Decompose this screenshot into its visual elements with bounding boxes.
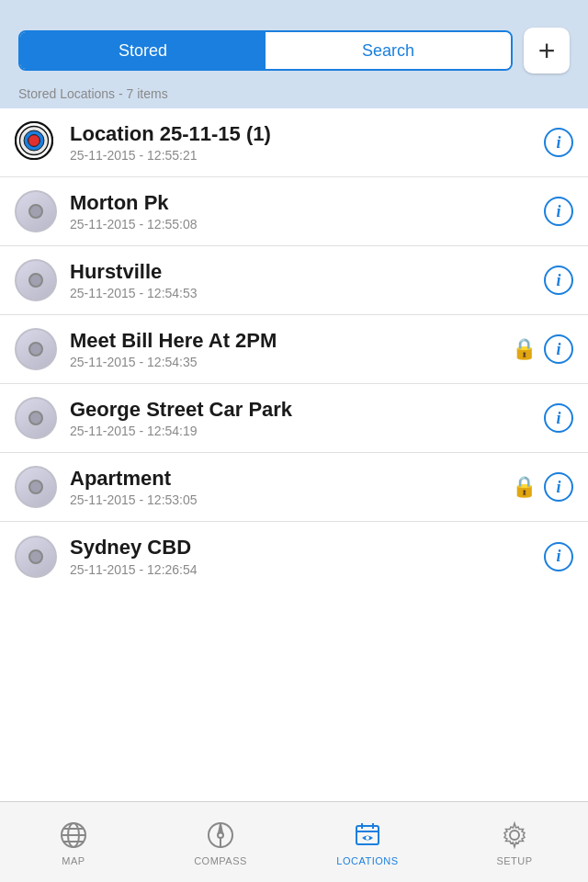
- search-tab[interactable]: Search: [266, 32, 511, 69]
- setup-label: SETUP: [496, 855, 532, 866]
- svg-point-4: [31, 138, 36, 142]
- info-button[interactable]: i: [544, 266, 573, 295]
- item-text: Morton Pk 25-11-2015 - 12:55:08: [70, 191, 544, 232]
- item-actions: 🔒 i: [512, 334, 573, 364]
- item-name: Sydney CBD: [70, 536, 544, 560]
- item-date: 25-11-2015 - 12:55:08: [70, 217, 544, 232]
- add-button[interactable]: +: [524, 28, 570, 74]
- info-button[interactable]: i: [544, 542, 573, 571]
- item-text: George Street Car Park 25-11-2015 - 12:5…: [70, 398, 544, 438]
- list-item[interactable]: Location 25-11-15 (1) 25-11-2015 - 12:55…: [0, 108, 588, 177]
- pin-icon: [15, 397, 57, 439]
- lock-icon: 🔒: [512, 337, 537, 361]
- pin-icon: [15, 328, 57, 370]
- item-date: 25-11-2015 - 12:53:05: [70, 492, 512, 507]
- item-text: Hurstville 25-11-2015 - 12:54:53: [70, 260, 544, 300]
- info-button[interactable]: i: [544, 403, 573, 433]
- info-button[interactable]: i: [544, 334, 573, 364]
- nav-locations[interactable]: LOCATIONS: [331, 819, 404, 866]
- stored-tab[interactable]: Stored: [20, 32, 266, 69]
- item-name: Meet Bill Here At 2PM: [70, 329, 512, 353]
- item-name: Location 25-11-15 (1): [70, 122, 544, 146]
- list-item[interactable]: Hurstville 25-11-2015 - 12:54:53 i: [0, 246, 588, 315]
- setup-icon: [498, 819, 531, 852]
- target-icon: [15, 121, 57, 164]
- locations-icon: [351, 819, 384, 852]
- item-actions: 🔒 i: [512, 472, 573, 502]
- item-text: Apartment 25-11-2015 - 12:53:05: [70, 467, 512, 507]
- item-name: Hurstville: [70, 260, 544, 284]
- svg-marker-12: [219, 824, 222, 833]
- item-actions: i: [544, 403, 573, 433]
- pin-icon: [15, 190, 57, 232]
- item-actions: i: [544, 128, 573, 157]
- item-date: 25-11-2015 - 12:54:35: [70, 355, 512, 369]
- item-name: Apartment: [70, 467, 512, 491]
- item-date: 25-11-2015 - 12:54:19: [70, 424, 544, 438]
- subtitle: Stored Locations - 7 items: [0, 83, 588, 108]
- svg-point-18: [366, 836, 369, 840]
- list-item[interactable]: Sydney CBD 25-11-2015 - 12:26:54 i: [0, 522, 588, 591]
- nav-compass[interactable]: COMPASS: [184, 819, 257, 866]
- bottom-nav: MAP COMPASS LOCATIONS: [0, 801, 588, 882]
- item-actions: i: [544, 197, 573, 226]
- item-date: 25-11-2015 - 12:26:54: [70, 562, 544, 577]
- lock-icon: 🔒: [512, 475, 537, 499]
- svg-rect-14: [356, 826, 379, 844]
- list-item[interactable]: George Street Car Park 25-11-2015 - 12:5…: [0, 384, 588, 453]
- item-date: 25-11-2015 - 12:55:21: [70, 148, 544, 163]
- list-item[interactable]: Meet Bill Here At 2PM 25-11-2015 - 12:54…: [0, 315, 588, 384]
- item-actions: i: [544, 542, 573, 571]
- locations-label: LOCATIONS: [336, 855, 398, 866]
- top-area: Stored Search +: [0, 0, 588, 83]
- list-item[interactable]: Apartment 25-11-2015 - 12:53:05 🔒 i: [0, 453, 588, 522]
- compass-label: COMPASS: [194, 855, 247, 866]
- info-button[interactable]: i: [544, 197, 573, 226]
- item-name: Morton Pk: [70, 191, 544, 215]
- nav-map[interactable]: MAP: [37, 819, 110, 866]
- item-text: Sydney CBD 25-11-2015 - 12:26:54: [70, 536, 544, 576]
- locations-list: Location 25-11-15 (1) 25-11-2015 - 12:55…: [0, 108, 588, 801]
- map-label: MAP: [62, 855, 85, 866]
- pin-icon: [15, 466, 57, 508]
- segment-control: Stored Search: [18, 30, 513, 71]
- item-actions: i: [544, 266, 573, 295]
- list-item[interactable]: Morton Pk 25-11-2015 - 12:55:08 i: [0, 177, 588, 246]
- nav-setup[interactable]: SETUP: [478, 819, 551, 866]
- item-name: George Street Car Park: [70, 398, 544, 422]
- item-text: Meet Bill Here At 2PM 25-11-2015 - 12:54…: [70, 329, 512, 369]
- pin-icon: [15, 259, 57, 301]
- map-icon: [57, 819, 90, 852]
- pin-icon: [15, 536, 57, 578]
- item-date: 25-11-2015 - 12:54:53: [70, 286, 544, 300]
- info-button[interactable]: i: [544, 128, 573, 157]
- compass-icon: [204, 819, 237, 852]
- info-button[interactable]: i: [544, 472, 573, 502]
- svg-point-19: [510, 831, 519, 840]
- item-text: Location 25-11-15 (1) 25-11-2015 - 12:55…: [70, 122, 544, 163]
